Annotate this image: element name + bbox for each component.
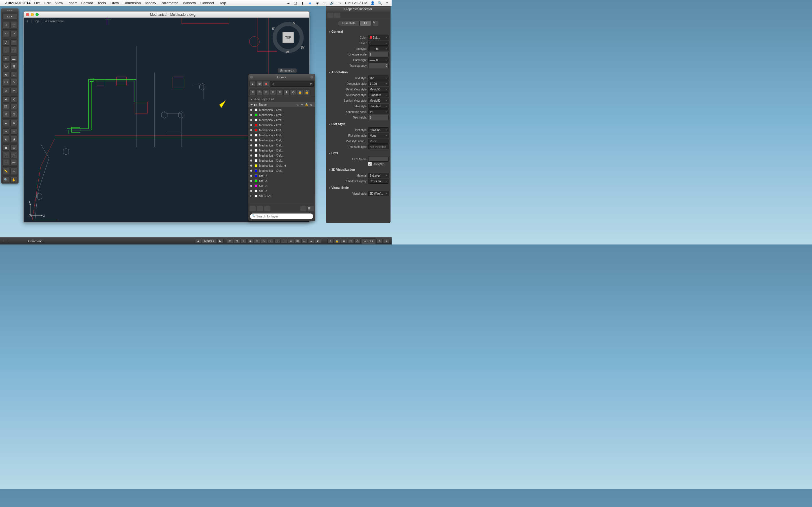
layer-row[interactable]: SHT-SIZE — [248, 193, 315, 199]
value-shadow[interactable]: Casts an...▼ — [368, 179, 389, 184]
col-sort-icon[interactable]: ⇅ — [295, 103, 300, 106]
viewcube-east[interactable]: E — [272, 26, 274, 31]
viewcube-south[interactable]: S — [293, 21, 295, 25]
value-dim-style[interactable]: 1-100▼ — [368, 81, 389, 86]
tool-undo[interactable]: ↶ — [3, 31, 9, 37]
tab-all[interactable]: All — [359, 21, 371, 26]
bookmark-icon[interactable]: ▮ — [301, 1, 305, 5]
tool-zoom[interactable]: 🔍 — [3, 177, 9, 183]
tool-block[interactable]: ▣ — [3, 145, 9, 151]
tool-erase[interactable]: ✕ — [3, 88, 9, 94]
viewcube-face[interactable]: TOP — [283, 32, 294, 43]
layer-off-btn[interactable]: ≋ — [276, 89, 283, 95]
value-detail-style[interactable]: Metric50▼ — [368, 87, 389, 92]
layer-lock-btn[interactable]: 🔒 — [297, 89, 303, 95]
col-name[interactable]: Name — [258, 103, 295, 106]
current-layer-dropdown[interactable]: 0▾ — [270, 81, 314, 87]
layers-list[interactable]: Mechanical - Xref...Mechanical - Xref...… — [248, 107, 315, 205]
layer-uniso-btn[interactable]: ≋ — [263, 89, 269, 95]
tool-mirror[interactable]: ▲ — [3, 120, 9, 126]
tool-measure[interactable]: 📏 — [3, 168, 9, 174]
status-lwt[interactable]: ≡ — [288, 238, 294, 244]
spotlight-icon[interactable]: 🔍 — [377, 1, 382, 5]
tool-group[interactable]: ⊡ — [3, 152, 9, 158]
value-transparency[interactable]: 0 — [368, 63, 389, 68]
tool-properties[interactable]: ▬ — [10, 159, 17, 165]
ucs-dropdown[interactable]: Unnamed ▿ — [278, 68, 297, 73]
layer-color-swatch[interactable] — [255, 139, 257, 142]
layer-row[interactable]: SHT-3 — [248, 178, 315, 183]
value-anno-scale[interactable]: 1:1▼ — [368, 109, 389, 114]
section-plot-style[interactable]: Plot Style — [328, 121, 389, 127]
status-custom[interactable]: ▾ — [383, 238, 389, 244]
layer-color-swatch[interactable] — [255, 169, 257, 172]
status-am[interactable]: ◐ — [315, 238, 321, 244]
notifications-icon[interactable]: ≡ — [385, 1, 389, 5]
status-anno-vis[interactable]: 人 — [354, 238, 361, 244]
layer-color-swatch[interactable] — [255, 179, 257, 182]
tool-mtext[interactable]: ≡ — [10, 71, 17, 78]
battery-icon[interactable]: ▭ — [337, 1, 342, 5]
layer-color-swatch[interactable] — [255, 164, 257, 167]
status-otrack[interactable]: ∠ — [267, 238, 274, 244]
layer-color-swatch[interactable] — [255, 189, 257, 192]
tool-layer[interactable]: ▭ — [3, 159, 9, 165]
layer-row[interactable]: Mechanical - Xref... — [248, 117, 315, 122]
status-ws[interactable]: ⚙ — [327, 238, 334, 244]
layer-visibility-icon[interactable] — [250, 119, 252, 121]
layer-visibility-icon[interactable] — [250, 165, 252, 167]
menu-help[interactable]: Help — [218, 1, 226, 5]
menu-view[interactable]: View — [55, 1, 63, 5]
tool-line[interactable]: ╱ — [3, 40, 9, 46]
wifi-icon[interactable]: ⚍ — [322, 1, 327, 5]
layer-states-btn[interactable] — [264, 206, 270, 211]
value-ucs-name[interactable] — [368, 157, 389, 162]
menu-edit[interactable]: Edit — [44, 1, 50, 5]
document-titlebar[interactable]: Mechanical - Multileaders.dwg — [24, 11, 309, 18]
value-layer[interactable]: 0▼ — [368, 41, 389, 46]
col-color-icon[interactable]: ◧ — [254, 103, 258, 106]
layers-search-input[interactable] — [250, 214, 313, 219]
status-3dosnap[interactable]: ◇ — [261, 238, 267, 244]
status-sc[interactable]: ▲ — [308, 238, 314, 244]
value-text-height[interactable]: 3 — [368, 115, 389, 120]
value-ucs-per[interactable]: ✓UCS per... — [368, 162, 389, 166]
layers-panel-title[interactable]: Layers — [248, 74, 315, 80]
layer-row[interactable]: Mechanical - Xref... — [248, 112, 315, 117]
layer-visibility-icon[interactable] — [250, 180, 252, 182]
layer-color-swatch[interactable] — [255, 108, 257, 111]
layer-row[interactable]: SHT-6 — [248, 183, 315, 188]
layer-delete-btn[interactable]: ⊖ — [290, 89, 296, 95]
value-linetype-scale[interactable]: 1 — [368, 52, 389, 57]
layer-visibility-icon[interactable] — [250, 154, 252, 157]
layer-visibility-icon[interactable] — [250, 144, 252, 147]
viewcube-west[interactable]: W — [301, 45, 304, 50]
value-material[interactable]: ByLayer▼ — [368, 173, 389, 178]
layer-row[interactable]: Mechanical - Xref... — [248, 122, 315, 128]
palette-grip[interactable] — [1, 9, 18, 13]
tool-array[interactable]: ⊞ — [10, 111, 17, 117]
viewcube-north[interactable]: N — [286, 50, 289, 54]
layer-new-btn[interactable]: ✚ — [283, 89, 290, 95]
layer-collapse-btn[interactable]: − — [300, 206, 306, 211]
layer-color-swatch[interactable] — [255, 129, 257, 131]
layer-settings-btn[interactable] — [250, 206, 256, 211]
properties-title[interactable]: Properties Inspector — [326, 6, 390, 11]
value-color[interactable]: ByL...▼ — [368, 35, 389, 40]
tool-fillet[interactable]: ◣ — [3, 136, 9, 142]
layer-visibility-icon[interactable] — [250, 175, 252, 177]
tool-text[interactable]: A — [3, 71, 9, 78]
layer-color-swatch[interactable] — [255, 114, 257, 116]
properties-body[interactable]: General ColorByL...▼ Layer0▼ Linetype—— … — [326, 27, 390, 227]
status-hw[interactable]: ◉ — [341, 238, 347, 244]
layer-color-swatch[interactable] — [255, 144, 257, 147]
layer-row[interactable]: Mechanical - Xref... — [248, 143, 315, 148]
layer-row[interactable]: Mechanical - Xref... — [248, 168, 315, 173]
tag-icon[interactable]: ◆ — [308, 1, 312, 5]
layer-row[interactable]: Mechanical - Xref... — [248, 107, 315, 112]
value-text-style[interactable]: title▼ — [368, 75, 389, 80]
status-snap[interactable]: ⊡ — [234, 238, 240, 244]
layer-view-btn[interactable]: ▦ — [308, 206, 314, 211]
status-qp[interactable]: ▭ — [301, 238, 308, 244]
layer-visibility-icon[interactable] — [250, 149, 252, 152]
